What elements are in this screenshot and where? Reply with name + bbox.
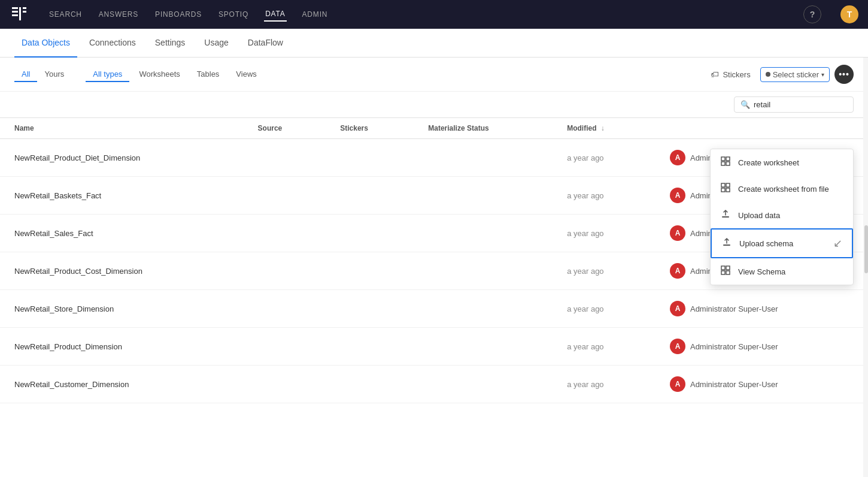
svg-rect-20 [726, 271, 730, 274]
svg-rect-13 [721, 188, 725, 192]
col-header-stickers: Stickers [326, 118, 414, 139]
svg-rect-4 [19, 7, 21, 20]
view-schema-icon [720, 265, 731, 277]
cell-stickers [326, 215, 414, 252]
user-avatar-icon: A [670, 339, 685, 354]
cell-modified: a year ago [553, 290, 655, 328]
svg-rect-12 [726, 183, 730, 187]
upload-schema-icon [721, 237, 732, 249]
table-row: NewRetail_Customer_Dimension a year ago … [0, 366, 868, 403]
svg-rect-10 [726, 162, 730, 165]
svg-rect-8 [726, 157, 730, 161]
cell-source [244, 139, 326, 177]
search-row: 🔍 retail [0, 92, 868, 117]
cell-stickers [326, 177, 414, 215]
cell-stickers [326, 139, 414, 177]
menu-item-upload-schema[interactable]: Upload schema ↙ [711, 228, 853, 258]
svg-rect-6 [23, 11, 26, 13]
upload-icon [720, 209, 731, 221]
tab-usage[interactable]: Usage [197, 29, 235, 58]
cell-name: NewRetail_Store_Dimension [0, 290, 244, 328]
search-box[interactable]: 🔍 retail [734, 96, 854, 113]
menu-item-create-worksheet-from-file[interactable]: Create worksheet from file [711, 176, 853, 202]
table-row: NewRetail_Store_Dimension a year ago A A… [0, 290, 868, 328]
filter-yours[interactable]: Yours [37, 67, 71, 82]
svg-rect-7 [721, 157, 725, 161]
svg-rect-18 [726, 266, 730, 270]
nav-item-spotiq[interactable]: SPOTIQ [217, 8, 250, 21]
cell-materialize [414, 328, 553, 366]
menu-item-upload-data[interactable]: Upload data [711, 202, 853, 228]
content-area: All Yours All types Worksheets Tables Vi… [0, 58, 868, 477]
search-value: retail [754, 100, 770, 109]
svg-rect-9 [721, 162, 725, 165]
tab-connections[interactable]: Connections [82, 29, 143, 58]
nav-item-pinboards[interactable]: PINBOARDS [154, 8, 203, 21]
filter-all-types[interactable]: All types [86, 67, 129, 82]
filter-bar: All Yours All types Worksheets Tables Vi… [0, 58, 868, 92]
cell-materialize [414, 177, 553, 215]
menu-item-create-worksheet[interactable]: Create worksheet [711, 149, 853, 176]
svg-rect-14 [726, 188, 730, 192]
cell-modified: a year ago [553, 328, 655, 366]
cell-source [244, 215, 326, 252]
cell-user: A Administrator Super-User [655, 290, 868, 328]
tag-icon: 🏷 [711, 70, 719, 79]
user-avatar-icon: A [670, 263, 685, 279]
filter-worksheets[interactable]: Worksheets [132, 67, 187, 82]
table-row: NewRetail_Product_Dimension a year ago A… [0, 328, 868, 366]
tab-dataflow[interactable]: DataFlow [241, 29, 290, 58]
cell-stickers [326, 290, 414, 328]
search-icon: 🔍 [740, 100, 750, 109]
svg-rect-5 [23, 7, 26, 9]
user-name: Administrator Super-User [690, 342, 778, 351]
user-avatar-icon: A [670, 188, 685, 203]
user-avatar-icon: A [670, 150, 685, 165]
cell-materialize [414, 252, 553, 290]
nav-item-answers[interactable]: ANSWERS [98, 8, 139, 21]
user-avatar[interactable]: T [840, 5, 858, 23]
filter-tables[interactable]: Tables [190, 67, 227, 82]
help-button[interactable]: ? [803, 5, 821, 23]
cell-user: A Administrator Super-User [655, 366, 868, 403]
grid-icon [720, 156, 731, 168]
chevron-down-icon: ▾ [821, 71, 824, 78]
cell-stickers [326, 366, 414, 403]
sort-arrow-icon: ↓ [601, 124, 605, 132]
col-header-modified[interactable]: Modified ↓ [553, 118, 655, 139]
col-header-source: Source [244, 118, 326, 139]
svg-rect-17 [721, 266, 725, 270]
scrollbar-track[interactable] [863, 58, 868, 477]
select-sticker-button[interactable]: Select sticker ▾ [760, 67, 830, 82]
user-avatar-icon: A [670, 225, 685, 241]
nav-item-data[interactable]: DATA [264, 7, 286, 22]
cell-materialize [414, 139, 553, 177]
tab-data-objects[interactable]: Data Objects [14, 29, 77, 58]
cell-source [244, 366, 326, 403]
more-menu-button[interactable]: ••• [834, 65, 854, 84]
scrollbar-thumb[interactable] [864, 225, 868, 273]
nav-item-search[interactable]: SEARCH [48, 8, 83, 21]
nav-item-admin[interactable]: ADMIN [301, 8, 329, 21]
cell-materialize [414, 215, 553, 252]
svg-rect-19 [721, 271, 725, 274]
filter-all[interactable]: All [14, 67, 37, 82]
cell-modified: a year ago [553, 366, 655, 403]
stickers-button[interactable]: 🏷 Stickers [706, 67, 755, 81]
select-sticker-label: Select sticker [773, 70, 819, 79]
tab-settings[interactable]: Settings [148, 29, 193, 58]
filter-views[interactable]: Views [229, 67, 263, 82]
cell-name: NewRetail_Customer_Dimension [0, 366, 244, 403]
cursor-icon: ↙ [833, 237, 842, 250]
cell-modified: a year ago [553, 215, 655, 252]
menu-item-view-schema[interactable]: View Schema [711, 258, 853, 285]
user-avatar-icon: A [670, 301, 685, 316]
stickers-label: Stickers [723, 70, 750, 79]
app-logo[interactable] [10, 5, 29, 24]
cell-modified: a year ago [553, 177, 655, 215]
svg-rect-3 [12, 14, 18, 16]
cell-materialize [414, 366, 553, 403]
cell-name: NewRetail_Product_Dimension [0, 328, 244, 366]
dropdown-menu: Create worksheet Create worksheet from f… [710, 149, 854, 285]
col-header-user [655, 118, 868, 139]
